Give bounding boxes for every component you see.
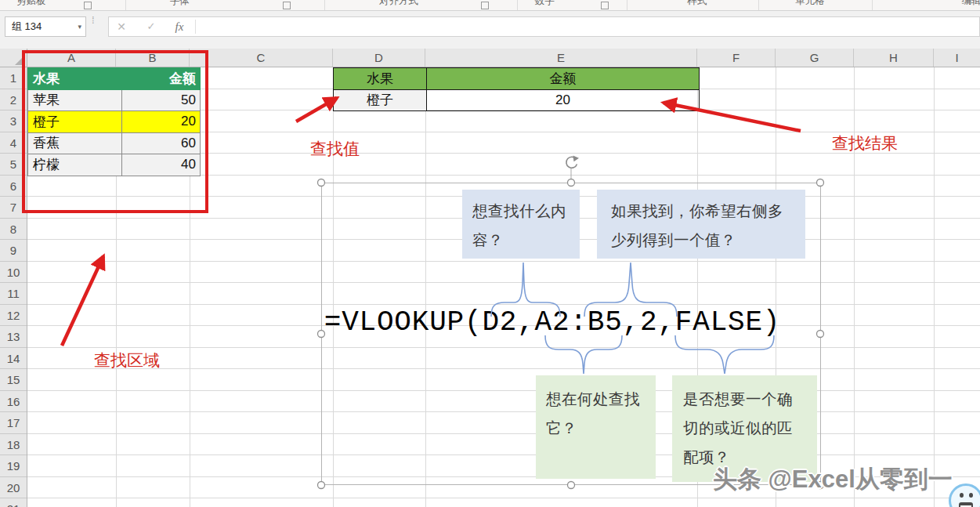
cancel-icon[interactable]: ✕ [112, 17, 131, 36]
ribbon-group-cells: 单元格 [795, 0, 825, 8]
row-header[interactable]: 12 [0, 305, 27, 327]
column-header-d[interactable]: D [333, 49, 425, 67]
row-header[interactable]: 18 [0, 434, 27, 456]
row-header[interactable]: 8 [0, 219, 27, 241]
cell-d1[interactable]: 水果 [334, 68, 427, 90]
column-header-h[interactable]: H [854, 49, 934, 67]
chevron-down-icon[interactable]: ▾ [78, 17, 81, 36]
row-header[interactable]: 16 [0, 391, 27, 413]
dialog-launcher-icon[interactable] [601, 2, 609, 9]
ribbon-group-editing: 编辑 [962, 0, 980, 8]
dialog-launcher-icon[interactable] [481, 2, 489, 9]
enter-icon[interactable]: ✓ [142, 17, 161, 36]
group-separator [324, 0, 325, 10]
column-header-g[interactable]: G [776, 49, 854, 67]
gridline [425, 67, 426, 507]
column-header-e[interactable]: E [425, 49, 697, 67]
lookup-value-label[interactable]: 查找值 [310, 138, 360, 160]
row-header[interactable]: 10 [0, 262, 27, 284]
drag-handle-icon[interactable]: ⁞ [92, 15, 95, 26]
avatar-mouth-icon [959, 502, 973, 507]
divider [195, 20, 196, 34]
cell-e2[interactable]: 20 [427, 89, 700, 111]
column-header-f[interactable]: F [697, 49, 776, 67]
avatar-eye-icon [969, 493, 973, 498]
avatar-eye-icon [960, 493, 964, 498]
row-header[interactable]: 14 [0, 348, 27, 370]
row-header[interactable]: 9 [0, 240, 27, 262]
ribbon-group-font: 字体 [170, 0, 190, 8]
row-header[interactable]: 17 [0, 412, 27, 434]
group-separator [872, 0, 873, 10]
dialog-launcher-icon[interactable] [283, 2, 291, 9]
callout-lookup-value[interactable]: 想查找什么内容？ [462, 190, 580, 259]
group-separator [125, 0, 126, 10]
excel-window: 剪贴板 字体 对齐方式 数字 样式 单元格 编辑 组 134 ▾ ⁞ ✕ ✓ f… [0, 0, 980, 507]
insert-function-icon[interactable]: fx [170, 17, 189, 36]
ribbon-group-number: 数字 [535, 0, 555, 8]
row-header[interactable]: 15 [0, 369, 27, 391]
formula-bar[interactable]: ✕ ✓ fx [108, 16, 980, 37]
formula-bar-row: 组 134 ▾ ⁞ ✕ ✓ fx [0, 11, 980, 49]
group-separator [627, 0, 627, 10]
callout-table-array[interactable]: 想在何处查找它？ [536, 375, 656, 479]
group-separator [517, 0, 518, 10]
gridline [934, 67, 935, 507]
column-header-i[interactable]: I [934, 49, 980, 67]
gridline [333, 67, 334, 507]
ribbon-group-clipboard: 剪贴板 [16, 0, 46, 8]
lookup-result-table: 水果 金额 橙子 20 [333, 67, 700, 111]
row-header[interactable]: 20 [0, 477, 27, 499]
row-header[interactable]: 19 [0, 455, 27, 477]
row-header[interactable]: 21 [0, 498, 27, 507]
dialog-launcher-icon[interactable] [84, 2, 92, 9]
lookup-range-label[interactable]: 查找区域 [94, 349, 160, 371]
group-separator [758, 0, 759, 10]
row-header[interactable]: 13 [0, 326, 27, 348]
lookup-result-label[interactable]: 查找结果 [832, 132, 898, 154]
watermark-text: 头条 @Excel从零到一 [713, 463, 953, 496]
ribbon-strip: 剪贴板 字体 对齐方式 数字 样式 单元格 编辑 [0, 0, 980, 11]
ribbon-group-alignment: 对齐方式 [379, 0, 418, 8]
cell-d2[interactable]: 橙子 [334, 89, 427, 111]
column-header-c[interactable]: C [190, 49, 333, 67]
callout-column-index[interactable]: 如果找到，你希望右侧多少列得到一个值？ [597, 190, 805, 259]
lookup-range-rectangle[interactable] [22, 50, 208, 213]
vlookup-formula-text[interactable]: =VLOOKUP(D2,A2:B5,2,FALSE) [321, 306, 783, 339]
name-box-value: 组 134 [12, 20, 42, 32]
name-box[interactable]: 组 134 ▾ [5, 16, 86, 37]
row-header[interactable]: 11 [0, 283, 27, 305]
ribbon-group-styles: 样式 [688, 0, 707, 8]
cell-e1[interactable]: 金额 [427, 68, 700, 90]
